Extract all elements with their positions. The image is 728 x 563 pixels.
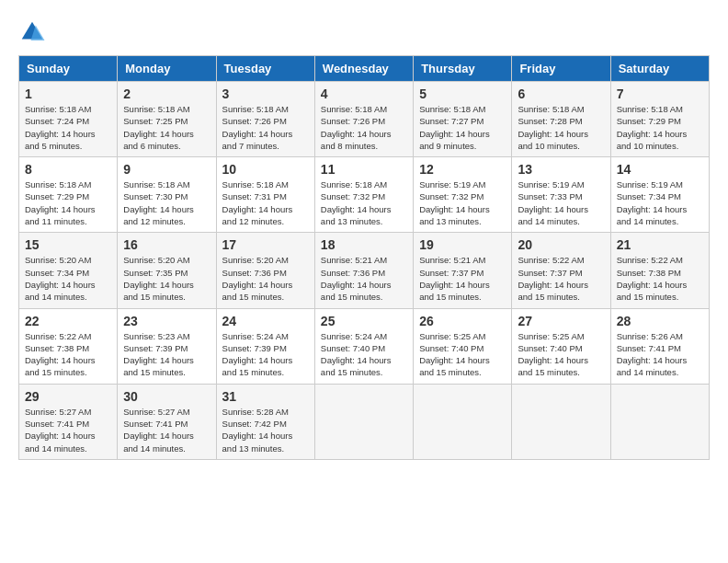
day-info: Sunrise: 5:18 AM Sunset: 7:27 PM Dayligh… — [419, 103, 506, 152]
day-info: Sunrise: 5:20 AM Sunset: 7:35 PM Dayligh… — [123, 254, 210, 303]
calendar-cell — [512, 384, 610, 459]
calendar-cell: 14 Sunrise: 5:19 AM Sunset: 7:34 PM Dayl… — [610, 157, 709, 233]
day-number: 29 — [25, 389, 111, 404]
day-info: Sunrise: 5:18 AM Sunset: 7:24 PM Dayligh… — [25, 103, 111, 152]
day-number: 12 — [419, 162, 506, 177]
calendar-cell: 20 Sunrise: 5:22 AM Sunset: 7:37 PM Dayl… — [512, 233, 610, 308]
calendar-cell: 8 Sunrise: 5:18 AM Sunset: 7:29 PM Dayli… — [19, 157, 118, 233]
calendar-cell: 6 Sunrise: 5:18 AM Sunset: 7:28 PM Dayli… — [512, 82, 610, 157]
calendar-cell: 15 Sunrise: 5:20 AM Sunset: 7:34 PM Dayl… — [19, 233, 118, 308]
day-number: 30 — [123, 389, 210, 404]
day-number: 31 — [222, 389, 309, 404]
calendar-cell: 19 Sunrise: 5:21 AM Sunset: 7:37 PM Dayl… — [414, 233, 512, 308]
day-number: 6 — [518, 86, 604, 101]
logo — [18, 18, 50, 46]
day-number: 28 — [617, 314, 703, 328]
day-number: 3 — [222, 86, 309, 101]
day-info: Sunrise: 5:18 AM Sunset: 7:29 PM Dayligh… — [617, 103, 703, 152]
day-header-tuesday: Tuesday — [216, 56, 314, 82]
day-header-monday: Monday — [118, 56, 216, 82]
day-info: Sunrise: 5:22 AM Sunset: 7:38 PM Dayligh… — [25, 330, 111, 379]
calendar-cell: 31 Sunrise: 5:28 AM Sunset: 7:42 PM Dayl… — [216, 384, 314, 459]
calendar-cell — [414, 384, 512, 459]
day-info: Sunrise: 5:25 AM Sunset: 7:40 PM Dayligh… — [419, 330, 506, 379]
day-info: Sunrise: 5:18 AM Sunset: 7:26 PM Dayligh… — [321, 103, 407, 152]
day-number: 8 — [25, 162, 111, 177]
day-info: Sunrise: 5:27 AM Sunset: 7:41 PM Dayligh… — [25, 406, 111, 454]
day-number: 10 — [222, 162, 309, 177]
calendar-week-1: 1 Sunrise: 5:18 AM Sunset: 7:24 PM Dayli… — [19, 82, 710, 157]
calendar-cell: 23 Sunrise: 5:23 AM Sunset: 7:39 PM Dayl… — [118, 308, 216, 384]
page-header — [18, 18, 710, 46]
day-number: 25 — [321, 314, 407, 328]
day-info: Sunrise: 5:21 AM Sunset: 7:37 PM Dayligh… — [419, 254, 506, 303]
calendar-cell: 24 Sunrise: 5:24 AM Sunset: 7:39 PM Dayl… — [216, 308, 314, 384]
calendar: SundayMondayTuesdayWednesdayThursdayFrid… — [18, 55, 710, 460]
day-number: 24 — [222, 314, 309, 328]
day-header-saturday: Saturday — [610, 56, 709, 82]
calendar-cell: 27 Sunrise: 5:25 AM Sunset: 7:40 PM Dayl… — [512, 308, 610, 384]
day-info: Sunrise: 5:18 AM Sunset: 7:32 PM Dayligh… — [321, 178, 407, 227]
calendar-week-2: 8 Sunrise: 5:18 AM Sunset: 7:29 PM Dayli… — [19, 157, 710, 233]
calendar-cell: 4 Sunrise: 5:18 AM Sunset: 7:26 PM Dayli… — [314, 82, 413, 157]
calendar-cell: 1 Sunrise: 5:18 AM Sunset: 7:24 PM Dayli… — [19, 82, 118, 157]
day-info: Sunrise: 5:18 AM Sunset: 7:25 PM Dayligh… — [123, 103, 210, 152]
day-info: Sunrise: 5:25 AM Sunset: 7:40 PM Dayligh… — [518, 330, 604, 379]
calendar-cell: 5 Sunrise: 5:18 AM Sunset: 7:27 PM Dayli… — [414, 82, 512, 157]
day-number: 11 — [321, 162, 407, 177]
day-number: 13 — [518, 162, 604, 177]
day-number: 27 — [518, 314, 604, 328]
calendar-cell: 30 Sunrise: 5:27 AM Sunset: 7:41 PM Dayl… — [118, 384, 216, 459]
day-number: 19 — [419, 237, 506, 252]
calendar-cell: 17 Sunrise: 5:20 AM Sunset: 7:36 PM Dayl… — [216, 233, 314, 308]
day-number: 1 — [25, 86, 111, 101]
calendar-cell: 21 Sunrise: 5:22 AM Sunset: 7:38 PM Dayl… — [610, 233, 709, 308]
day-info: Sunrise: 5:20 AM Sunset: 7:34 PM Dayligh… — [25, 254, 111, 303]
calendar-header-row: SundayMondayTuesdayWednesdayThursdayFrid… — [19, 56, 710, 82]
day-info: Sunrise: 5:18 AM Sunset: 7:30 PM Dayligh… — [123, 178, 210, 227]
day-number: 5 — [419, 86, 506, 101]
day-info: Sunrise: 5:26 AM Sunset: 7:41 PM Dayligh… — [617, 330, 703, 379]
calendar-cell: 12 Sunrise: 5:19 AM Sunset: 7:32 PM Dayl… — [414, 157, 512, 233]
day-info: Sunrise: 5:18 AM Sunset: 7:31 PM Dayligh… — [222, 178, 309, 227]
day-number: 16 — [123, 237, 210, 252]
day-info: Sunrise: 5:21 AM Sunset: 7:36 PM Dayligh… — [321, 254, 407, 303]
day-header-friday: Friday — [512, 56, 610, 82]
day-info: Sunrise: 5:19 AM Sunset: 7:34 PM Dayligh… — [617, 178, 703, 227]
day-info: Sunrise: 5:20 AM Sunset: 7:36 PM Dayligh… — [222, 254, 309, 303]
day-number: 21 — [617, 237, 703, 252]
day-info: Sunrise: 5:19 AM Sunset: 7:33 PM Dayligh… — [518, 178, 604, 227]
day-number: 4 — [321, 86, 407, 101]
calendar-cell: 2 Sunrise: 5:18 AM Sunset: 7:25 PM Dayli… — [118, 82, 216, 157]
day-info: Sunrise: 5:19 AM Sunset: 7:32 PM Dayligh… — [419, 178, 506, 227]
calendar-cell: 26 Sunrise: 5:25 AM Sunset: 7:40 PM Dayl… — [414, 308, 512, 384]
day-number: 9 — [123, 162, 210, 177]
day-number: 18 — [321, 237, 407, 252]
calendar-cell: 3 Sunrise: 5:18 AM Sunset: 7:26 PM Dayli… — [216, 82, 314, 157]
day-header-wednesday: Wednesday — [314, 56, 413, 82]
day-header-thursday: Thursday — [414, 56, 512, 82]
day-info: Sunrise: 5:22 AM Sunset: 7:38 PM Dayligh… — [617, 254, 703, 303]
calendar-cell: 11 Sunrise: 5:18 AM Sunset: 7:32 PM Dayl… — [314, 157, 413, 233]
calendar-cell: 18 Sunrise: 5:21 AM Sunset: 7:36 PM Dayl… — [314, 233, 413, 308]
calendar-cell: 29 Sunrise: 5:27 AM Sunset: 7:41 PM Dayl… — [19, 384, 118, 459]
day-info: Sunrise: 5:24 AM Sunset: 7:40 PM Dayligh… — [321, 330, 407, 379]
calendar-cell: 13 Sunrise: 5:19 AM Sunset: 7:33 PM Dayl… — [512, 157, 610, 233]
day-number: 23 — [123, 314, 210, 328]
day-number: 14 — [617, 162, 703, 177]
day-info: Sunrise: 5:24 AM Sunset: 7:39 PM Dayligh… — [222, 330, 309, 379]
logo-icon — [18, 18, 46, 46]
day-number: 20 — [518, 237, 604, 252]
day-info: Sunrise: 5:27 AM Sunset: 7:41 PM Dayligh… — [123, 406, 210, 454]
calendar-cell — [610, 384, 709, 459]
day-number: 22 — [25, 314, 111, 328]
calendar-week-4: 22 Sunrise: 5:22 AM Sunset: 7:38 PM Dayl… — [19, 308, 710, 384]
day-info: Sunrise: 5:18 AM Sunset: 7:28 PM Dayligh… — [518, 103, 604, 152]
day-info: Sunrise: 5:22 AM Sunset: 7:37 PM Dayligh… — [518, 254, 604, 303]
calendar-cell: 10 Sunrise: 5:18 AM Sunset: 7:31 PM Dayl… — [216, 157, 314, 233]
day-number: 15 — [25, 237, 111, 252]
calendar-cell: 7 Sunrise: 5:18 AM Sunset: 7:29 PM Dayli… — [610, 82, 709, 157]
day-info: Sunrise: 5:28 AM Sunset: 7:42 PM Dayligh… — [222, 406, 309, 454]
day-number: 17 — [222, 237, 309, 252]
day-header-sunday: Sunday — [19, 56, 118, 82]
